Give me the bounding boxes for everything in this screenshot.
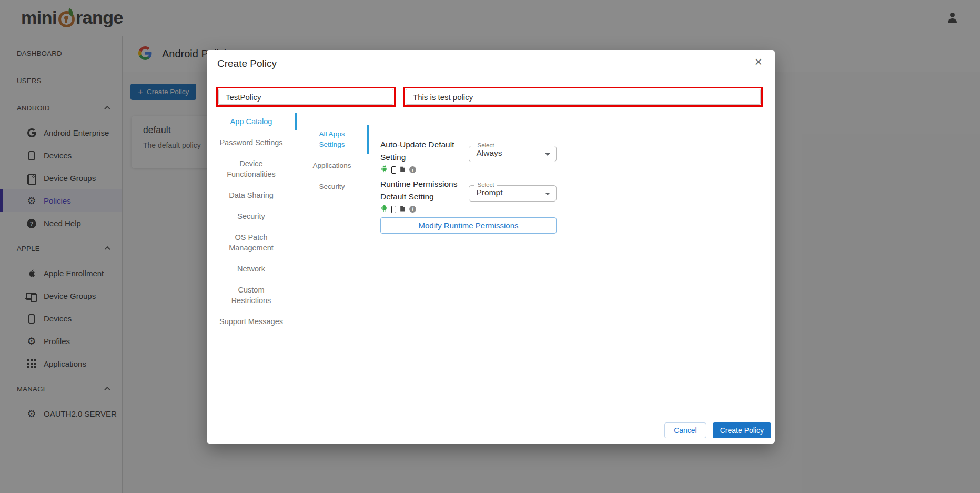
select-floating-label: Select [474,182,497,188]
nav-item-security[interactable]: Security [218,206,285,227]
modify-runtime-permissions-button[interactable]: Modify Runtime Permissions [380,217,557,234]
runtime-permissions-select[interactable]: Select Prompt [469,185,557,202]
nav-item-network[interactable]: Network [218,258,285,279]
info-icon: i [409,166,416,173]
subnav-item-all-apps-settings[interactable]: All Apps Settings [307,124,357,155]
all-apps-settings-pane: Auto-Update Default Setting i [380,107,559,391]
nav-item-app-catalog[interactable]: App Catalog [218,111,285,132]
dropdown-caret-icon [545,193,550,195]
setting-row-runtime-permissions: Runtime Permissions Default Setting i [380,178,557,214]
building-icon [399,205,406,214]
policy-description-field-error-frame [403,87,763,107]
setting-row-auto-update: Auto-Update Default Setting i [380,138,557,174]
modal-body: App Catalog Password Settings Device Fun… [207,107,775,391]
building-icon [399,165,406,175]
app-catalog-subnav: All Apps Settings Applications Security [296,123,368,255]
cancel-button[interactable]: Cancel [664,422,706,438]
nav-item-os-patch-management[interactable]: OS Patch Management [218,227,285,258]
modal-footer: Cancel Create Policy [207,417,775,444]
select-floating-label: Select [474,142,497,148]
policy-category-nav: App Catalog Password Settings Device Fun… [207,107,296,337]
create-policy-submit-button[interactable]: Create Policy [713,422,771,438]
policy-inputs-row [207,77,775,107]
select-value: Prompt [476,188,502,197]
select-value: Always [476,148,502,158]
setting-label: Auto-Update Default Setting [380,138,469,164]
subnav-item-security[interactable]: Security [307,176,357,197]
nav-item-custom-restrictions[interactable]: Custom Restrictions [218,279,285,311]
info-icon: i [409,206,416,213]
nav-item-password-settings[interactable]: Password Settings [218,132,285,153]
policy-name-input[interactable] [218,89,393,105]
smartphone-icon [391,166,396,174]
modal-title: Create Policy [217,58,277,69]
modal-header: Create Policy [207,50,775,77]
subnav-item-applications[interactable]: Applications [307,155,357,176]
smartphone-icon [391,206,396,213]
nav-item-support-messages[interactable]: Support Messages [218,311,285,332]
nav-item-device-functionalities[interactable]: Device Functionalities [218,153,285,185]
close-icon[interactable]: × [754,55,762,68]
auto-update-select[interactable]: Select Always [469,146,557,162]
create-policy-modal: Create Policy × App Catalog Password Set… [207,50,775,444]
policy-description-input[interactable] [406,89,761,105]
nav-item-data-sharing[interactable]: Data Sharing [218,185,285,206]
android-icon [380,165,388,175]
setting-label: Runtime Permissions Default Setting [380,178,469,203]
policy-name-field-error-frame [216,87,396,107]
screen: mini range DASHBOARD USERS ANDROID Andro… [0,0,980,493]
android-icon [380,204,388,214]
dropdown-caret-icon [545,153,550,156]
